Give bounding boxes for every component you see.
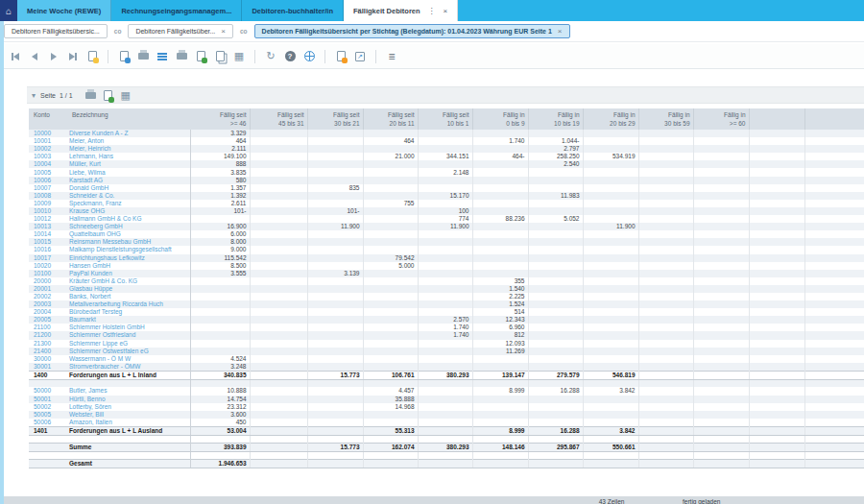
konto-cell[interactable]: 21100 [29, 324, 67, 331]
konto-cell[interactable]: 10016 [29, 246, 67, 253]
konto-link[interactable]: 10012 [34, 215, 51, 222]
konto-link[interactable]: 20004 [34, 308, 51, 315]
bezeichnung-cell[interactable]: Hallmann GmbH & Co KG [67, 215, 190, 223]
bezeichnung-cell[interactable]: Einrichtungshaus Lefkowitz [67, 254, 190, 262]
konto-link[interactable]: 50000 [34, 387, 51, 394]
bezeichnung-cell[interactable]: Butler, James [67, 387, 190, 395]
bezeichnung-cell[interactable]: Baumarkt [67, 316, 190, 324]
konto-link[interactable]: 50006 [34, 419, 51, 425]
bezeichnung-cell[interactable]: Meier, Heinrich [67, 145, 190, 153]
top-tab-4[interactable]: Fälligkeit Debitoren⋮× [344, 0, 458, 21]
bezeichnung-cell[interactable]: Schlemmer Holstein GmbH [67, 324, 190, 331]
bezeichnung-cell[interactable]: Lotterby, Sören [67, 403, 190, 411]
bezeichnung-cell[interactable]: Schlemmer Ostfriesland [67, 331, 190, 339]
konto-link[interactable]: 21200 [34, 331, 51, 338]
bezeichnung-cell[interactable]: Schneeberg GmbH [67, 223, 190, 230]
konto-cell[interactable]: 20002 [29, 293, 67, 300]
bezeichnung-link[interactable]: Schlemmer Ostfriesland [69, 331, 135, 338]
konto-cell[interactable]: 50005 [29, 411, 67, 419]
konto-cell[interactable]: 10013 [29, 223, 67, 230]
konto-link[interactable]: 10008 [34, 192, 51, 199]
bezeichnung-link[interactable]: PayPal Kunden [69, 270, 112, 276]
konto-link[interactable]: 10003 [34, 153, 51, 159]
konto-link[interactable]: 10000 [34, 130, 51, 136]
konto-link[interactable]: 20003 [34, 300, 51, 307]
konto-link[interactable]: 10006 [34, 177, 51, 183]
bezeichnung-link[interactable]: Einrichtungshaus Lefkowitz [69, 254, 145, 261]
tab-menu-icon[interactable]: ⋮ [428, 7, 436, 15]
bezeichnung-cell[interactable]: Banks, Norbert [67, 293, 190, 300]
konto-cell[interactable]: 10014 [29, 230, 67, 238]
print-preview-icon[interactable] [174, 48, 190, 64]
top-tab-2[interactable]: Rechnungseingangsmanagem... [111, 0, 242, 21]
bezeichnung-cell[interactable]: Quattelbaum OHG [67, 230, 190, 238]
bezeichnung-cell[interactable]: Meier, Anton [67, 137, 190, 145]
bezeichnung-cell[interactable]: Hürtli, Benno [67, 396, 190, 403]
bezeichnung-cell[interactable]: Liebe, Wilma [67, 168, 190, 176]
konto-link[interactable]: 20001 [34, 285, 51, 292]
doc-tab-3[interactable]: Debitoren Fälligkeitsübersicht per Stich… [254, 24, 570, 38]
bezeichnung-link[interactable]: Wassermann - Ö M W [69, 355, 131, 362]
copy-icon[interactable] [212, 48, 228, 64]
top-tab-1[interactable]: Meine Woche (REWE) [17, 0, 111, 21]
konto-link[interactable]: 30001 [34, 363, 51, 370]
bezeichnung-link[interactable]: Speckmann, Franz [69, 200, 122, 206]
bezeichnung-link[interactable]: Stromverbraucher - ÖMW [69, 363, 140, 370]
konto-cell[interactable]: 10000 [29, 130, 67, 137]
konto-cell[interactable]: 10007 [29, 184, 67, 192]
bezeichnung-link[interactable]: Metallverarbeitung Riccarda Huch [69, 300, 163, 307]
konto-link[interactable]: 50005 [34, 411, 51, 418]
bezeichnung-link[interactable]: Donald GmbH [69, 184, 108, 191]
konto-link[interactable]: 21100 [34, 324, 51, 330]
konto-link[interactable]: 20005 [34, 316, 51, 323]
konto-cell[interactable]: 10020 [29, 262, 67, 270]
konto-link[interactable]: 20000 [34, 277, 51, 284]
konto-link[interactable]: 10002 [34, 145, 51, 152]
konto-cell[interactable]: 50006 [29, 419, 67, 427]
bezeichnung-link[interactable]: Butler, James [69, 387, 107, 394]
bezeichnung-link[interactable]: Schlemmer Lippe eG [69, 340, 128, 347]
document-edit-icon[interactable] [116, 48, 132, 64]
konto-link[interactable]: 21400 [34, 348, 51, 354]
bezeichnung-link[interactable]: Schneeberg GmbH [69, 223, 123, 229]
last-page-icon[interactable] [65, 48, 82, 64]
konto-cell[interactable]: 10017 [29, 254, 67, 262]
konto-cell[interactable]: 10003 [29, 153, 67, 160]
konto-link[interactable]: 21300 [34, 340, 51, 347]
bezeichnung-link[interactable]: Baumarkt [69, 316, 96, 323]
print-icon[interactable] [84, 88, 98, 103]
help-icon[interactable]: ? [282, 48, 299, 64]
konto-link[interactable]: 10001 [34, 137, 51, 144]
konto-cell[interactable]: 10009 [29, 200, 67, 207]
bezeichnung-cell[interactable]: Malkamp Dienstleistungsgesellschaft [67, 246, 190, 253]
konto-cell[interactable]: 20004 [29, 308, 67, 316]
doc-tab-2[interactable]: Debitoren Fälligkeitsüber...× [128, 24, 233, 38]
konto-cell[interactable]: 10005 [29, 168, 67, 176]
close-icon[interactable]: × [558, 27, 563, 36]
bezeichnung-cell[interactable]: Stromverbraucher - ÖMW [67, 363, 190, 372]
chevron-down-icon[interactable]: ▾ [32, 91, 36, 100]
konto-cell[interactable]: 10008 [29, 192, 67, 200]
bezeichnung-link[interactable]: Liebe, Wilma [69, 169, 106, 176]
konto-cell[interactable]: 10002 [29, 145, 67, 153]
menu-icon[interactable]: ≡ [384, 48, 400, 64]
konto-cell[interactable]: 10001 [29, 137, 67, 145]
konto-link[interactable]: 10014 [34, 230, 51, 237]
doc-tab-1[interactable]: Debitoren Fälligkeitsübersic... [4, 24, 108, 38]
bezeichnung-cell[interactable]: Schneider & Co. [67, 192, 190, 200]
bezeichnung-cell[interactable]: Müller, Kurt [67, 160, 190, 168]
konto-cell[interactable]: 10015 [29, 238, 67, 246]
konto-link[interactable]: 10100 [34, 270, 51, 276]
bezeichnung-cell[interactable]: Reinsmann Messebau GmbH [67, 238, 190, 246]
bezeichnung-link[interactable]: Schlemmer Holstein GmbH [69, 324, 145, 330]
bezeichnung-link[interactable]: Quattelbaum OHG [69, 230, 121, 237]
bezeichnung-cell[interactable]: Schlemmer Ostwestfalen eG [67, 348, 190, 355]
bezeichnung-cell[interactable]: Metallverarbeitung Riccarda Huch [67, 300, 190, 308]
bezeichnung-link[interactable]: Müller, Kurt [69, 160, 101, 167]
bezeichnung-link[interactable]: Diverse Kunden A - Z [69, 130, 128, 136]
bezeichnung-cell[interactable]: Diverse Kunden A - Z [67, 130, 190, 137]
bezeichnung-cell[interactable]: Krause OHG [67, 207, 190, 215]
konto-link[interactable]: 10004 [34, 160, 51, 167]
bezeichnung-link[interactable]: Bürobedarf Tersteg [69, 308, 122, 315]
bezeichnung-cell[interactable]: Kräuter GmbH & Co. KG [67, 277, 190, 285]
